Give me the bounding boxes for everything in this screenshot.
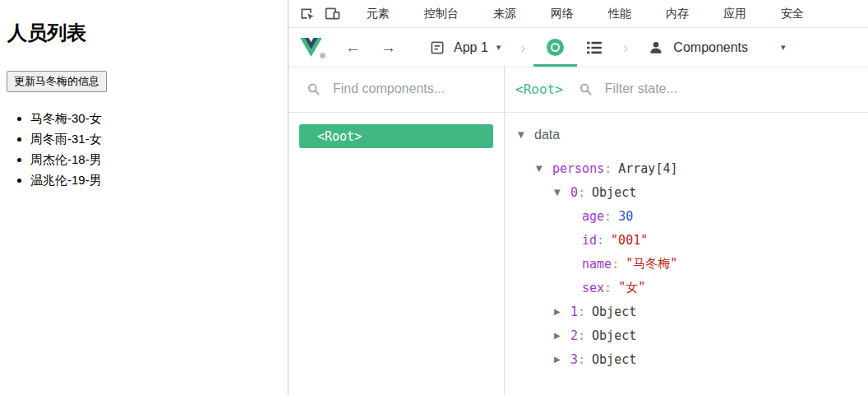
components-tab-icon [547, 39, 564, 56]
inspect-element-icon[interactable] [298, 5, 316, 22]
timeline-icon[interactable] [585, 40, 603, 55]
app-window: 人员列表 更新马冬梅的信息 马冬梅-30-女 周冬雨-31-女 周杰伦-18-男… [0, 0, 868, 395]
component-root-node[interactable]: <Root> [299, 124, 493, 148]
selected-component-title: <Root> [515, 81, 563, 97]
inspector-selector[interactable]: Components [648, 40, 748, 56]
tab-network[interactable]: 网络 [533, 7, 591, 21]
update-info-button[interactable]: 更新马冬梅的信息 [7, 71, 107, 92]
app-selector-label: App 1 [454, 40, 488, 55]
triangle-right-icon[interactable]: ▶ [554, 355, 570, 364]
state-row-name[interactable]: name:"马冬梅" [505, 252, 868, 276]
components-search-row [289, 66, 504, 113]
vue-logo-icon [300, 38, 322, 57]
chevron-right-icon: › [520, 40, 525, 55]
list-item: 周杰伦-18-男 [30, 153, 288, 166]
triangle-right-icon[interactable]: ▶ [554, 331, 570, 340]
triangle-down-icon[interactable]: ▼ [554, 188, 570, 197]
tab-elements[interactable]: 元素 [349, 7, 407, 21]
web-page: 人员列表 更新马冬梅的信息 马冬梅-30-女 周冬雨-31-女 周杰伦-18-男… [0, 0, 288, 395]
state-header-row: <Root> [505, 66, 868, 113]
triangle-down-icon[interactable]: ▼ [536, 164, 552, 173]
state-section-data[interactable]: ▼ data [505, 123, 868, 146]
person-list: 马冬梅-30-女 周冬雨-31-女 周杰伦-18-男 温兆伦-19-男 [0, 112, 288, 187]
state-row-object-3[interactable]: ▶ 3:Object [505, 347, 868, 371]
find-components-input[interactable] [331, 81, 478, 97]
vue-devtools-toolbar: ← → App 1 ▾ › › Components [289, 28, 868, 67]
chevron-right-icon: › [623, 40, 628, 55]
tab-memory[interactable]: 内存 [649, 7, 706, 21]
inspector-selector-label: Components [673, 40, 748, 55]
tab-performance[interactable]: 性能 [591, 7, 649, 21]
state-row-object-2[interactable]: ▶ 2:Object [505, 323, 868, 347]
tab-sources[interactable]: 来源 [476, 7, 533, 21]
devtools-body: <Root> <Root> ▼ data ▼ [289, 66, 868, 395]
app-selector[interactable]: App 1 ▾ [429, 40, 501, 56]
forward-icon[interactable]: → [381, 40, 396, 55]
components-inspector-tab[interactable] [547, 39, 564, 56]
tab-application[interactable]: 应用 [706, 7, 764, 21]
chevron-down-icon[interactable]: ▾ [781, 43, 786, 52]
state-row-sex[interactable]: sex:"女" [505, 276, 868, 300]
state-panel: <Root> ▼ data ▼ persons:Array[4] [505, 66, 868, 395]
tab-console[interactable]: 控制台 [407, 7, 476, 21]
components-tree-panel: <Root> [289, 66, 505, 395]
list-item: 马冬梅-30-女 [30, 112, 288, 125]
devtools-panel: 元素 控制台 来源 网络 性能 内存 应用 安全 ← → App 1 ▾ [288, 0, 868, 395]
page-title: 人员列表 [7, 20, 288, 46]
device-toolbar-icon[interactable] [324, 5, 341, 22]
list-item: 周冬雨-31-女 [30, 132, 288, 146]
search-icon [579, 82, 593, 96]
tab-security[interactable]: 安全 [764, 7, 821, 21]
search-icon [307, 82, 321, 96]
state-row-id[interactable]: id:"001" [505, 228, 868, 252]
state-row-object-1[interactable]: ▶ 1:Object [505, 300, 868, 323]
back-icon[interactable]: ← [345, 40, 361, 55]
person-icon [648, 40, 664, 56]
filter-state-input[interactable] [603, 81, 750, 97]
status-dot [320, 53, 326, 58]
triangle-right-icon[interactable]: ▶ [554, 307, 570, 316]
chevron-down-icon: ▾ [496, 43, 501, 52]
devtools-tabbar: 元素 控制台 来源 网络 性能 内存 应用 安全 [289, 0, 868, 28]
app-frame-icon [429, 40, 446, 56]
state-row-persons[interactable]: ▼ persons:Array[4] [505, 156, 868, 180]
state-row-age[interactable]: age:30 [505, 204, 868, 228]
triangle-down-icon[interactable]: ▼ [518, 130, 534, 139]
list-item: 温兆伦-19-男 [30, 174, 288, 187]
state-tree: ▼ data ▼ persons:Array[4] ▼ 0:Object age… [505, 113, 868, 371]
state-row-object-0[interactable]: ▼ 0:Object [505, 180, 868, 204]
